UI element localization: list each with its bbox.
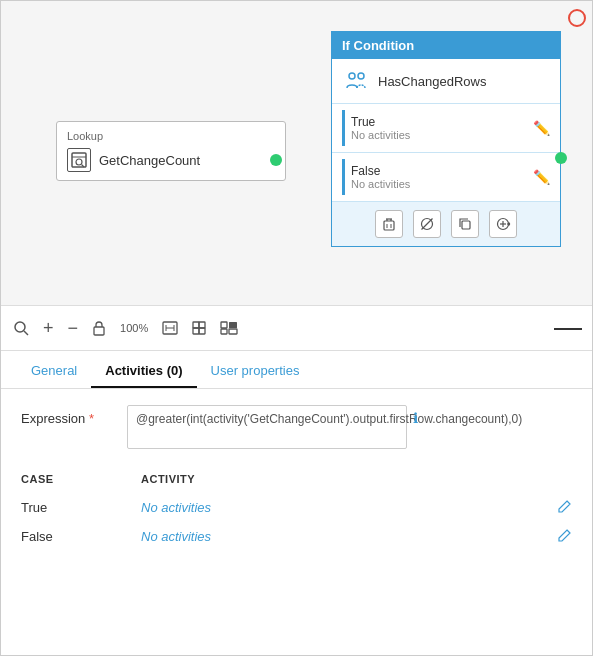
tabs-row: General Activities (0) User properties xyxy=(1,351,592,389)
svg-rect-33 xyxy=(221,322,227,328)
toolbar-add-button[interactable]: + xyxy=(43,318,54,339)
properties-panel: Expression * @greater(int(activity('GetC… xyxy=(1,389,592,567)
expression-info-icon[interactable]: ℹ xyxy=(413,410,418,426)
if-false-content: False No activities xyxy=(351,164,527,190)
if-condition-box: If Condition HasChangedRows True No acti… xyxy=(331,31,561,247)
lookup-icon xyxy=(67,148,91,172)
svg-rect-23 xyxy=(94,327,104,335)
if-false-edit-icon[interactable]: ✏️ xyxy=(533,169,550,185)
if-disable-button[interactable] xyxy=(413,210,441,238)
svg-rect-31 xyxy=(199,328,205,334)
toolbar-lock-button[interactable] xyxy=(92,320,106,336)
required-star: * xyxy=(89,411,94,426)
tab-user-properties[interactable]: User properties xyxy=(197,355,314,388)
tab-general[interactable]: General xyxy=(17,355,91,388)
if-action-bar xyxy=(332,202,560,246)
case-table-row: FalseNo activities xyxy=(21,522,572,551)
col-case-header: CASE xyxy=(21,469,141,493)
toolbar-fit-button[interactable] xyxy=(162,321,178,335)
expression-input-wrap: @greater(int(activity('GetChangeCount').… xyxy=(127,405,572,449)
if-true-border xyxy=(342,110,345,146)
if-false-label: False xyxy=(351,164,527,178)
toolbar-select-button[interactable] xyxy=(192,321,206,335)
lookup-label: Lookup xyxy=(67,130,275,142)
svg-point-21 xyxy=(15,322,25,332)
if-true-label: True xyxy=(351,115,527,129)
svg-line-22 xyxy=(24,331,28,335)
svg-rect-35 xyxy=(229,329,237,334)
case-value: True xyxy=(21,493,141,522)
svg-rect-28 xyxy=(193,322,199,328)
if-false-sub: No activities xyxy=(351,178,527,190)
col-activity-header: ACTIVITY xyxy=(141,469,542,493)
if-activity-name: HasChangedRows xyxy=(378,74,486,89)
case-table-row: TrueNo activities xyxy=(21,493,572,522)
if-false-row: False No activities ✏️ xyxy=(332,153,560,202)
expression-field-row: Expression * @greater(int(activity('GetC… xyxy=(21,405,572,449)
toolbar-remove-button[interactable]: − xyxy=(68,318,79,339)
svg-rect-34 xyxy=(221,329,227,334)
tab-activities[interactable]: Activities (0) xyxy=(91,355,196,388)
lookup-box: Lookup GetChangeCount xyxy=(56,121,286,181)
if-activity-icon xyxy=(342,67,370,95)
case-value: False xyxy=(21,522,141,551)
if-condition-header: If Condition xyxy=(332,32,560,59)
toolbar: + − 100% xyxy=(1,306,593,351)
red-circle-indicator[interactable] xyxy=(568,9,586,27)
canvas-area: Lookup GetChangeCount If Condition xyxy=(1,1,593,306)
svg-rect-32 xyxy=(229,322,237,328)
toolbar-search-button[interactable] xyxy=(13,320,29,336)
if-delete-button[interactable] xyxy=(375,210,403,238)
row-edit-icon[interactable] xyxy=(542,522,572,551)
if-copy-button[interactable] xyxy=(451,210,479,238)
if-true-edit-icon[interactable]: ✏️ xyxy=(533,120,550,136)
svg-rect-29 xyxy=(199,322,205,328)
if-add-button[interactable] xyxy=(489,210,517,238)
if-true-content: True No activities xyxy=(351,115,527,141)
toolbar-underline-indicator xyxy=(554,328,582,330)
activity-value: No activities xyxy=(141,522,542,551)
expression-label: Expression * xyxy=(21,405,111,426)
if-false-border xyxy=(342,159,345,195)
toolbar-zoom-button[interactable]: 100% xyxy=(120,322,148,334)
svg-rect-30 xyxy=(193,328,199,334)
svg-point-4 xyxy=(349,73,355,79)
if-true-sub: No activities xyxy=(351,129,527,141)
activity-value: No activities xyxy=(141,493,542,522)
case-activity-table: CASE ACTIVITY TrueNo activitiesFalseNo a… xyxy=(21,469,572,551)
svg-point-2 xyxy=(76,159,82,165)
expression-input[interactable]: @greater(int(activity('GetChangeCount').… xyxy=(127,405,407,449)
svg-rect-14 xyxy=(462,221,470,229)
row-edit-icon[interactable] xyxy=(542,493,572,522)
if-connector-dot xyxy=(555,152,567,164)
if-activity-row: HasChangedRows xyxy=(332,59,560,104)
lookup-connector-dot xyxy=(270,154,282,166)
if-true-row: True No activities ✏️ xyxy=(332,104,560,153)
svg-point-5 xyxy=(358,73,364,79)
lookup-activity-name: GetChangeCount xyxy=(99,153,200,168)
toolbar-group-button[interactable] xyxy=(220,321,238,335)
svg-rect-6 xyxy=(384,221,394,230)
